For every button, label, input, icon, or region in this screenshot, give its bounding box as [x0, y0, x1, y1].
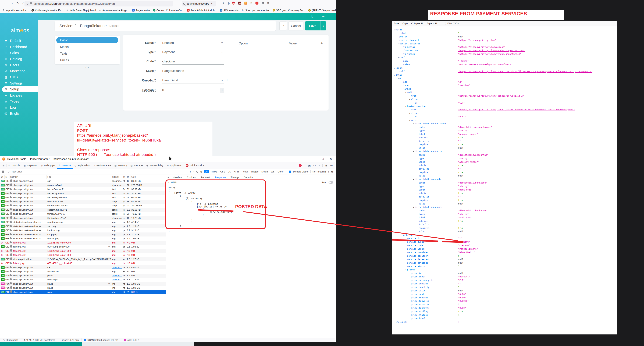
forward-icon[interactable]: → [10, 2, 14, 5]
network-request-row[interactable]: 500POSTshop-api.priit.yt.lanplacexhrht1.… [0, 286, 166, 290]
json-row-public[interactable]: public:true [392, 136, 617, 139]
detail-tab-security[interactable]: Security [242, 175, 255, 180]
devtools-tab-debugger[interactable]: ◎Debugger [39, 162, 57, 169]
json-row-default[interactable]: default:"" [392, 167, 617, 171]
json-row-directdebit.bankcode[interactable]: ▼directdebit.bankcode: [392, 178, 617, 181]
column-header-file[interactable]: File [46, 175, 111, 179]
ruler-icon[interactable]: ⌗ [318, 164, 320, 167]
pick-element-icon[interactable]: ⊙ [1, 164, 6, 167]
bookmark-item[interactable]: ⊕Itella SmartShip juhend [66, 9, 96, 12]
json-row-0[interactable]: 0:"POST" [392, 115, 617, 118]
tab-basic[interactable]: Basic [56, 37, 118, 43]
json-row-service.id[interactable]: service.id:"2" [392, 237, 617, 240]
detail-tab-timings[interactable]: Timings [228, 175, 242, 180]
devtools-tab-performance[interactable]: ◔Performance [92, 162, 113, 169]
raw-toggle[interactable] [328, 181, 333, 184]
network-request-row[interactable]: 200GETstatic.test.maksekeskus.eeluminor.… [0, 228, 166, 232]
network-request-row[interactable]: 200GETshop-api.priit.yt.lanhtmx.min.js?v… [0, 200, 166, 204]
logout-icon[interactable]: ⇥ [322, 15, 324, 19]
type-filter-xhr[interactable]: XHR [232, 170, 240, 173]
option-column-header[interactable]: Option [239, 42, 248, 45]
block-icon[interactable]: ⊘ [200, 170, 202, 173]
network-request-row[interactable]: 200GETshop-api.priit.yt.lanmessageshtmx.… [0, 278, 166, 282]
column-header-tr[interactable]: Tr [126, 175, 130, 179]
save-button[interactable]: Save [305, 21, 320, 31]
json-row-href[interactable]: href:"https://aimeos.priit.yt.lan/jsonap… [392, 94, 617, 98]
bookmark-item[interactable]: CConvert Column to Co… [153, 9, 184, 12]
sort-icon[interactable]: ≡ [267, 2, 269, 5]
number-stepper[interactable]: ˄˅ [220, 88, 224, 93]
sidebar-item-settings[interactable]: ☷Settings [0, 80, 38, 86]
devtools-tab-console[interactable]: »Console [6, 162, 22, 169]
form-field-code[interactable]: checkmo [162, 59, 224, 65]
type-filter-images[interactable]: Images [250, 170, 260, 173]
devtools-tab-storage[interactable]: ▤Storage [129, 162, 144, 169]
go-icon[interactable]: → [214, 2, 217, 5]
network-settings-gear-icon[interactable]: ⚙ [331, 170, 333, 173]
json-row-attributes[interactable]: ▼attributes: [392, 233, 617, 237]
sidebar-item-locales[interactable]: ⊕Locales [0, 92, 38, 99]
detail-tab-cookies[interactable]: Cookies [184, 175, 198, 180]
type-filter-js[interactable]: JS [227, 170, 232, 173]
detail-tab-request[interactable]: Request [198, 175, 212, 180]
json-row-data[interactable]: ▼data: [392, 73, 617, 77]
responsive-mode-icon[interactable]: ▭ [313, 164, 316, 167]
network-request-row[interactable]: 200GETshop-api.priit.yt.lancartdocume…ht… [0, 179, 166, 183]
sidebar-item-english[interactable]: ⒶEnglish [0, 111, 38, 117]
tabs-more-ellipsis[interactable]: ... [54, 65, 120, 69]
json-row-price.taxvalue[interactable]: price.taxvalue:"0.0000" [392, 299, 617, 303]
form-field-label[interactable]: Pangaülekanne [162, 68, 224, 74]
json-row-price.taxrate[interactable]: price.taxrate:"0.00" [392, 306, 617, 310]
bookmark-item[interactable]: ▲Anda üürile äripind, b… [187, 9, 217, 12]
add-icon[interactable]: + [193, 170, 194, 173]
json-row-service.datestart[interactable]: service.datestart:null [392, 258, 617, 261]
json-row-0[interactable]: ▼0: [392, 77, 617, 80]
json-row-type[interactable]: type:"string" [392, 157, 617, 160]
json-row-directdebit.accountno[interactable]: ▼directdebit.accountno: [392, 150, 617, 153]
aimeos-logo[interactable]: aimeos [11, 27, 30, 34]
maximize-button[interactable]: □ [319, 157, 327, 161]
json-row-price.quantity[interactable]: price.quantity:1 [392, 285, 617, 289]
json-row-code[interactable]: code:"directdebit.accountowner" [392, 125, 617, 129]
json-row-service.position[interactable]: service.position:0 [392, 254, 617, 258]
column-header-m[interactable]: M [4, 175, 10, 179]
json-row-price.domain[interactable]: price.domain:"" [392, 282, 617, 285]
detail-tab-headers[interactable]: Headers [170, 175, 184, 180]
json-row-required[interactable]: required:true [392, 171, 617, 174]
json-row-default[interactable]: default:"" [392, 195, 617, 199]
devtools-tab-network[interactable]: ⇅Network [57, 162, 73, 169]
sidebar-item-sales[interactable]: ⊟Sales [0, 50, 38, 56]
network-request-row[interactable]: 200GETshop-api.priit.yt.lanmain.css?v=1s… [0, 183, 166, 187]
json-row-type[interactable]: type:"string" [392, 185, 617, 188]
filter-urls-input[interactable]: Filter URLs [10, 170, 22, 173]
sidebar-item-default[interactable]: ▤Default [0, 38, 38, 44]
bookmark-item[interactable]: SSEC.gov | Company Se… [272, 9, 305, 12]
json-row-meta[interactable]: ▼meta: [392, 118, 617, 122]
json-row-price.costs[interactable]: price.costs:"0.00" [392, 292, 617, 296]
form-more-ellipsis[interactable]: ... [181, 96, 268, 100]
json-row-label[interactable]: label:"Bank name" [392, 216, 617, 219]
back-icon[interactable]: ← [4, 2, 7, 5]
json-toolbar-copy[interactable]: Copy [402, 22, 408, 25]
json-row-price.taxrates[interactable]: price.taxrates:[] [392, 303, 617, 306]
json-row-service.label[interactable]: service.label:"Pangaülekanne" [392, 247, 617, 251]
type-filter-css[interactable]: CSS [219, 170, 226, 173]
json-row-required[interactable]: required:true [392, 226, 617, 230]
add-provider-button[interactable]: + [226, 78, 228, 82]
adblock-icon[interactable]: ABP [232, 2, 235, 5]
json-row-included[interactable]: included:[] [392, 320, 617, 324]
dark-mode-moon-icon[interactable]: ☾ [311, 15, 314, 19]
pocket-icon[interactable]: ✩ [250, 1, 252, 5]
taskbar-accent[interactable] [0, 342, 82, 346]
extension-icon[interactable] [244, 2, 247, 5]
json-row-label[interactable]: label:"Bank code" [392, 188, 617, 192]
network-request-row[interactable]: 200GETstatic.test.maksekeskus.eeswedbank… [0, 220, 166, 224]
tab-texts[interactable]: Texts [56, 50, 118, 57]
json-row-service.dateend[interactable]: service.dateend:null [392, 261, 617, 265]
json-row-href[interactable]: href:"https://aimeos.priit.yt.lan/jsonap… [392, 108, 617, 111]
network-request-row[interactable]: 200GETshop-api.priit.yt.lanNexa-Light.wo… [0, 191, 166, 196]
column-header-ty[interactable]: Ty [122, 175, 126, 179]
devtools-tab-memory[interactable]: ▦Memory [112, 162, 129, 169]
taskbar[interactable] [82, 342, 194, 346]
devtools-menu-icon[interactable]: ⋯ [330, 164, 333, 167]
